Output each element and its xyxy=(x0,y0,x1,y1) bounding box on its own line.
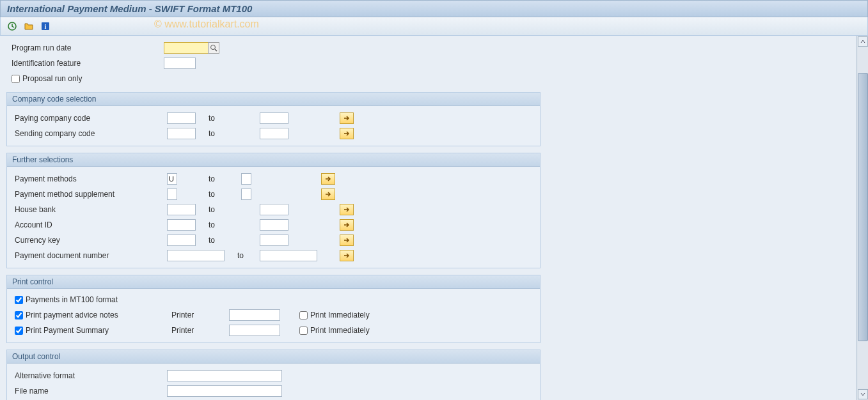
scroll-thumb[interactable] xyxy=(858,73,868,341)
output-control-group: Output control Alternative format File n… xyxy=(6,350,541,400)
summary-label: Print Payment Summary xyxy=(23,326,171,335)
print-control-group: Print control Payments in MT100 format P… xyxy=(6,275,541,343)
page-title: International Payment Medium - SWIFT For… xyxy=(7,3,252,14)
identification-label: Identification feature xyxy=(4,59,164,68)
execute-button[interactable] xyxy=(6,20,19,33)
account-id-multi[interactable] xyxy=(340,219,354,231)
scroll-track[interactable] xyxy=(858,47,868,388)
payment-methods-from[interactable] xyxy=(167,173,177,185)
chevron-down-icon xyxy=(860,392,865,397)
currency-key-from[interactable] xyxy=(167,235,196,246)
arrow-right-icon xyxy=(343,237,351,243)
summary-checkbox[interactable] xyxy=(15,327,23,335)
arrow-right-icon xyxy=(343,222,351,228)
payment-methods-multi[interactable] xyxy=(321,173,335,185)
advice-immediate-checkbox[interactable] xyxy=(299,311,308,319)
scroll-up-button[interactable] xyxy=(858,36,868,47)
output-control-title: Output control xyxy=(7,350,540,364)
proposal-run-label: Proposal run only xyxy=(22,74,82,83)
further-selections-group: Further selections Payment methods to Pa… xyxy=(6,153,541,268)
program-run-date-input[interactable] xyxy=(164,42,209,54)
summary-immediate-label: Print Immediately xyxy=(308,326,370,335)
advice-printer-input[interactable] xyxy=(229,309,280,321)
proposal-run-checkbox[interactable] xyxy=(12,75,20,83)
arrow-right-icon xyxy=(343,206,351,213)
further-selections-title: Further selections xyxy=(7,153,540,167)
svg-text:i: i xyxy=(45,23,47,30)
to-label: to xyxy=(225,251,260,260)
toolbar: i © www.tutorialkart.com xyxy=(0,17,868,36)
currency-key-to[interactable] xyxy=(260,235,288,246)
file-name-label: File name xyxy=(7,387,167,396)
search-help-icon xyxy=(210,44,217,52)
to-label: to xyxy=(177,174,241,183)
payment-docnum-multi[interactable] xyxy=(340,250,354,261)
payment-supplement-to[interactable] xyxy=(241,188,251,200)
currency-key-multi[interactable] xyxy=(340,235,354,246)
sending-company-label: Sending company code xyxy=(7,129,167,138)
program-run-date-f4[interactable] xyxy=(208,42,219,54)
sending-company-from[interactable] xyxy=(167,128,196,139)
sending-company-multi[interactable] xyxy=(340,128,354,139)
to-label: to xyxy=(196,114,260,123)
arrow-right-icon xyxy=(343,252,351,259)
program-run-date-label: Program run date xyxy=(4,43,164,52)
content-area: Program run date Identification feature … xyxy=(0,36,868,400)
file-name-input[interactable] xyxy=(167,385,282,397)
to-label: to xyxy=(196,129,260,138)
paying-company-multi[interactable] xyxy=(340,112,354,124)
scroll-down-button[interactable] xyxy=(858,389,868,399)
printer-label: Printer xyxy=(171,326,229,335)
house-bank-to[interactable] xyxy=(260,204,288,215)
print-control-title: Print control xyxy=(7,275,540,289)
watermark: © www.tutorialkart.com xyxy=(154,19,259,30)
payment-supplement-from[interactable] xyxy=(167,188,177,200)
advice-label: Print payment advice notes xyxy=(23,311,171,319)
advice-checkbox[interactable] xyxy=(15,311,23,319)
payment-methods-to[interactable] xyxy=(241,173,251,185)
svg-line-4 xyxy=(215,49,217,51)
payment-methods-label: Payment methods xyxy=(7,174,167,183)
arrow-right-icon xyxy=(343,115,351,121)
house-bank-multi[interactable] xyxy=(340,204,354,215)
payment-docnum-from[interactable] xyxy=(167,250,225,261)
arrow-right-icon xyxy=(343,130,351,137)
folder-icon xyxy=(24,21,34,31)
alt-format-label: Alternative format xyxy=(7,371,167,380)
chevron-up-icon xyxy=(860,39,865,44)
to-label: to xyxy=(196,236,260,245)
payment-docnum-label: Payment document number xyxy=(7,251,167,260)
identification-input[interactable] xyxy=(164,58,196,69)
summary-printer-input[interactable] xyxy=(229,325,280,336)
vertical-scrollbar[interactable] xyxy=(856,36,868,400)
printer-label: Printer xyxy=(171,311,229,319)
to-label: to xyxy=(177,190,241,199)
summary-immediate-checkbox[interactable] xyxy=(299,327,308,335)
company-code-group: Company code selection Paying company co… xyxy=(6,92,541,146)
paying-company-to[interactable] xyxy=(260,112,288,124)
house-bank-from[interactable] xyxy=(167,204,196,215)
payment-docnum-to[interactable] xyxy=(260,250,317,261)
currency-key-label: Currency key xyxy=(7,236,167,245)
payment-supplement-multi[interactable] xyxy=(321,188,335,200)
to-label: to xyxy=(196,205,260,214)
account-id-label: Account ID xyxy=(7,220,167,229)
account-id-from[interactable] xyxy=(167,219,196,231)
mt100-checkbox[interactable] xyxy=(15,296,23,304)
advice-immediate-label: Print Immediately xyxy=(308,311,370,319)
svg-point-3 xyxy=(211,45,216,50)
info-icon: i xyxy=(41,22,50,31)
to-label: to xyxy=(196,220,260,229)
page-title-bar: International Payment Medium - SWIFT For… xyxy=(0,0,868,17)
info-button[interactable]: i xyxy=(39,20,52,33)
paying-company-from[interactable] xyxy=(167,112,196,124)
arrow-right-icon xyxy=(324,176,332,182)
payment-supplement-label: Payment method supplement xyxy=(7,190,167,199)
paying-company-label: Paying company code xyxy=(7,114,167,123)
alt-format-input[interactable] xyxy=(167,370,282,381)
mt100-label: Payments in MT100 format xyxy=(26,295,118,304)
sending-company-to[interactable] xyxy=(260,128,288,139)
get-variant-button[interactable] xyxy=(22,20,35,33)
account-id-to[interactable] xyxy=(260,219,288,231)
arrow-right-icon xyxy=(324,191,332,197)
